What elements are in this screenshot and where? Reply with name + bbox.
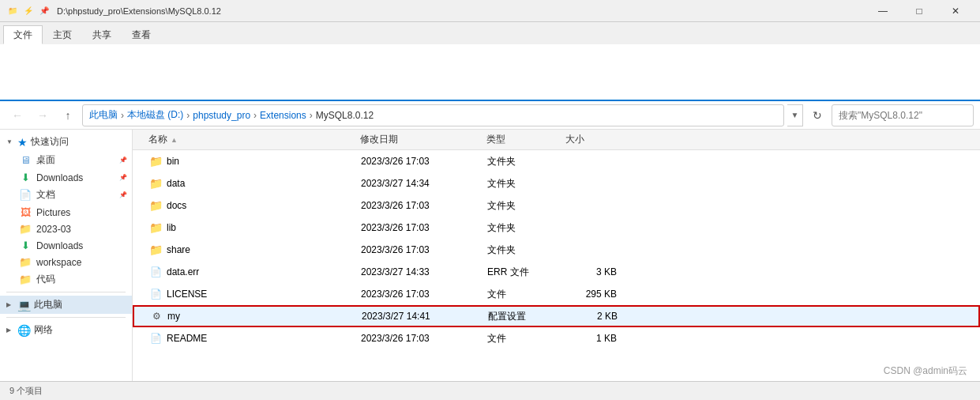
title-bar-title: D:\phpstudy_pro\Extensions\MySQL8.0.12 — [57, 6, 865, 16]
title-bar-icons: 📁 ⚡ 📌 — [6, 5, 51, 17]
file-row-bin[interactable]: 📁 bin 2023/3/26 17:03 文件夹 — [133, 150, 980, 172]
folder-icon-lib: 📁 — [149, 221, 162, 234]
pictures-icon: 🖼 — [19, 206, 32, 218]
sidebar-item-downloads2-label: Downloads — [36, 240, 83, 251]
file-size-dataerr: 3 KB — [560, 266, 623, 277]
file-type-license: 文件 — [481, 288, 560, 301]
refresh-button[interactable]: ↻ — [806, 104, 828, 126]
file-icon-my: ⚙ — [150, 310, 163, 323]
this-pc-label: 此电脑 — [34, 298, 62, 311]
breadcrumb-disk[interactable]: 本地磁盘 (D:) — [127, 108, 183, 122]
file-size-my: 2 KB — [561, 311, 624, 322]
sidebar-item-code[interactable]: 📁 代码 — [0, 270, 132, 289]
breadcrumb-dropdown[interactable]: ▼ — [787, 104, 803, 126]
downloads-icon: ⬇ — [19, 172, 32, 183]
file-date-license: 2023/3/26 17:03 — [355, 289, 481, 300]
file-row-my[interactable]: ⚙ my 2023/3/27 14:41 配置设置 2 KB — [133, 305, 980, 327]
sidebar-item-docs[interactable]: 📄 文档 📌 — [0, 186, 132, 204]
file-size-readme: 1 KB — [560, 333, 623, 344]
quick-access-icon: ⚡ — [22, 5, 35, 17]
ribbon-bar — [0, 44, 980, 101]
col-header-size[interactable]: 大小 — [559, 133, 622, 146]
workspace-icon: 📁 — [19, 256, 32, 268]
forward-button[interactable]: → — [32, 104, 54, 126]
tab-home[interactable]: 主页 — [43, 25, 82, 44]
file-size-license: 295 KB — [560, 289, 623, 300]
sidebar-divider-2 — [6, 317, 126, 318]
file-type-lib: 文件夹 — [481, 221, 560, 235]
tab-file[interactable]: 文件 — [3, 25, 43, 44]
quick-access-header[interactable]: ▼ ★ 快速访问 — [0, 133, 132, 151]
code-icon: 📁 — [19, 274, 32, 285]
file-row-data[interactable]: 📁 data 2023/3/27 14:34 文件夹 — [133, 172, 980, 194]
file-name-share: share — [167, 244, 190, 255]
network-arrow: ▶ — [6, 326, 14, 334]
ribbon-tabs: 文件 主页 共享 查看 — [0, 22, 980, 44]
file-icon-readme: 📄 — [149, 332, 162, 345]
file-date-docs: 2023/3/26 17:03 — [355, 200, 481, 211]
file-icon-license: 📄 — [149, 288, 162, 300]
window-icon: 📁 — [6, 5, 19, 17]
back-button[interactable]: ← — [6, 104, 28, 126]
sidebar-item-pictures-label: Pictures — [36, 207, 70, 218]
computer-icon: 💻 — [17, 299, 31, 311]
file-date-data: 2023/3/27 14:34 — [355, 178, 481, 189]
network-header[interactable]: ▶ 🌐 网络 — [0, 321, 132, 339]
breadcrumb-extensions[interactable]: Extensions — [260, 110, 306, 121]
file-name-my: my — [167, 311, 180, 322]
sidebar-item-2023[interactable]: 📁 2023-03 — [0, 221, 132, 237]
network-label: 网络 — [34, 323, 53, 337]
file-name-lib: lib — [167, 222, 176, 233]
nav-bar: ← → ↑ 此电脑 › 本地磁盘 (D:) › phpstudy_pro › E… — [0, 101, 980, 130]
sidebar-item-desktop[interactable]: 🖥 桌面 📌 — [0, 151, 132, 169]
sidebar-item-downloads2[interactable]: ⬇ Downloads — [0, 237, 132, 254]
file-row-lib[interactable]: 📁 lib 2023/3/26 17:03 文件夹 — [133, 217, 980, 239]
up-button[interactable]: ↑ — [57, 104, 79, 126]
folder-icon-data: 📁 — [149, 177, 162, 190]
file-row-share[interactable]: 📁 share 2023/3/26 17:03 文件夹 — [133, 239, 980, 261]
file-name-dataerr: data.err — [167, 266, 199, 277]
file-date-my: 2023/3/27 14:41 — [355, 311, 482, 322]
col-header-type[interactable]: 类型 — [480, 133, 559, 146]
sidebar-divider-1 — [6, 292, 126, 292]
this-pc-header[interactable]: ▶ 💻 此电脑 — [0, 296, 132, 314]
title-bar: 📁 ⚡ 📌 D:\phpstudy_pro\Extensions\MySQL8.… — [0, 0, 980, 22]
file-name-data: data — [167, 178, 185, 189]
sidebar-item-workspace-label: workspace — [36, 257, 81, 268]
docs-icon: 📄 — [19, 189, 32, 201]
tab-view[interactable]: 查看 — [122, 25, 161, 44]
search-input[interactable] — [832, 104, 974, 126]
breadcrumb-computer[interactable]: 此电脑 — [89, 108, 118, 122]
file-row-dataerr[interactable]: 📄 data.err 2023/3/27 14:33 ERR 文件 3 KB — [133, 261, 980, 283]
minimize-button[interactable]: — — [865, 0, 901, 22]
file-type-share: 文件夹 — [481, 243, 560, 257]
main-area: ▼ ★ 快速访问 🖥 桌面 📌 ⬇ Downloads 📌 📄 文档 📌 🖼 — [0, 130, 980, 381]
file-type-data: 文件夹 — [481, 177, 560, 191]
watermark: CSDN @admin码云 — [884, 364, 967, 378]
sidebar-item-pictures[interactable]: 🖼 Pictures — [0, 204, 132, 221]
file-date-bin: 2023/3/26 17:03 — [355, 156, 481, 167]
col-header-name[interactable]: 名称 ▲ — [133, 133, 354, 146]
col-header-date[interactable]: 修改日期 — [354, 133, 480, 146]
status-item-count: 9 个项目 — [9, 385, 43, 397]
file-row-license[interactable]: 📄 LICENSE 2023/3/26 17:03 文件 295 KB — [133, 283, 980, 305]
sidebar-item-workspace[interactable]: 📁 workspace — [0, 254, 132, 270]
tab-share[interactable]: 共享 — [82, 25, 122, 44]
pin-icon-docs: 📌 — [119, 191, 127, 198]
folder-icon-docs: 📁 — [149, 199, 162, 212]
close-button[interactable]: ✕ — [937, 0, 974, 22]
file-row-readme[interactable]: 📄 README 2023/3/26 17:03 文件 1 KB — [133, 327, 980, 349]
breadcrumb-phpstudy[interactable]: phpstudy_pro — [193, 110, 250, 121]
file-row-docs[interactable]: 📁 docs 2023/3/26 17:03 文件夹 — [133, 194, 980, 217]
folder-icon-2023: 📁 — [19, 223, 32, 235]
this-pc-section: ▶ 💻 此电脑 — [0, 296, 132, 314]
maximize-button[interactable]: □ — [901, 0, 937, 22]
file-date-dataerr: 2023/3/27 14:33 — [355, 266, 481, 277]
file-type-readme: 文件 — [481, 332, 560, 345]
breadcrumb-current: MySQL8.0.12 — [316, 110, 374, 121]
sidebar-item-2023-label: 2023-03 — [36, 224, 71, 235]
downloads2-icon: ⬇ — [19, 240, 32, 251]
sidebar-item-downloads1[interactable]: ⬇ Downloads 📌 — [0, 169, 132, 186]
file-type-bin: 文件夹 — [481, 155, 560, 168]
title-bar-controls: — □ ✕ — [865, 0, 974, 22]
